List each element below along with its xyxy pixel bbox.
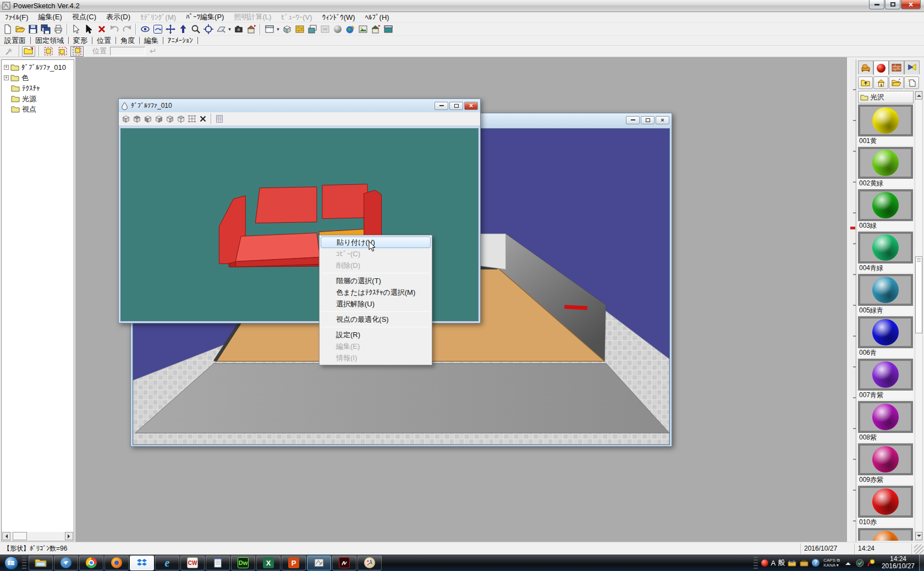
scroll-down-icon[interactable]	[915, 532, 922, 540]
taskbar-thunderbird[interactable]	[54, 556, 78, 570]
tab-angle[interactable]: 角度	[118, 36, 139, 46]
position-input[interactable]	[110, 47, 145, 56]
tab-position[interactable]: 位置	[95, 36, 116, 46]
material-item[interactable]: 002黄緑	[858, 147, 914, 188]
ime-caps-kana[interactable]: CAPS ⧉ KANA ▾	[823, 558, 840, 568]
render-globe-icon[interactable]	[344, 23, 356, 35]
tab-placement-surface[interactable]: 設置面	[2, 36, 30, 46]
tab-material-sphere-icon[interactable]	[873, 61, 889, 75]
cascade-windows-icon[interactable]	[306, 23, 318, 35]
show-desktop-button[interactable]	[919, 554, 924, 571]
cube-view-icon[interactable]	[175, 113, 186, 125]
start-button[interactable]	[2, 556, 20, 570]
select-expand-icon[interactable]	[70, 46, 84, 57]
menu-item-select-hierarchy[interactable]: 階層の選択(T)	[321, 275, 431, 287]
open-folder-icon[interactable]	[14, 23, 26, 35]
material-item[interactable]: 009赤紫	[858, 443, 914, 484]
taskbar-clock[interactable]: 14:24 2016/10/27	[882, 556, 915, 570]
menu-parts-edit[interactable]: ﾊﾟｰﾂ編集(P)	[181, 11, 229, 23]
tray-expand-icon[interactable]	[845, 559, 851, 565]
cube-view-icon[interactable]	[131, 113, 142, 125]
tab-spotlight-icon[interactable]	[904, 61, 920, 74]
folder-up-icon[interactable]	[858, 76, 873, 89]
tab-texture-brick-icon[interactable]	[889, 61, 904, 74]
part-folder-button[interactable]	[22, 46, 35, 57]
new-document-icon[interactable]	[1, 23, 14, 35]
close-button[interactable]: ×	[464, 102, 478, 110]
print-icon[interactable]	[52, 23, 64, 35]
tree-item-light[interactable]: 光源	[2, 94, 74, 104]
taskbar-notepad[interactable]	[206, 556, 230, 570]
material-item[interactable]: 006青	[858, 316, 914, 357]
tree-item-color[interactable]: + 色	[2, 73, 74, 83]
texture-house-icon[interactable]	[369, 23, 382, 35]
model-window-titlebar[interactable]: ﾀﾞﾌﾞﾙｿﾌｧ_010 ×	[119, 99, 480, 112]
folder-open-icon[interactable]	[889, 76, 904, 89]
render-image-icon[interactable]	[356, 23, 369, 35]
material-item[interactable]: 007青紫	[858, 359, 914, 399]
delete-cross-icon[interactable]	[197, 113, 208, 125]
tray-tools-icon[interactable]	[788, 559, 796, 567]
expand-icon[interactable]: +	[4, 75, 9, 80]
menu-viewpoint[interactable]: 視点(C)	[67, 11, 101, 23]
material-scrollbar[interactable]	[915, 91, 923, 541]
taskbar-explorer[interactable]	[29, 556, 53, 570]
maximize-button[interactable]	[641, 116, 654, 124]
pan-view-icon[interactable]	[164, 23, 177, 35]
save-all-icon[interactable]	[39, 23, 52, 35]
cube-view-icon[interactable]	[164, 113, 175, 125]
material-item[interactable]: 001黄	[858, 105, 914, 145]
minimize-button[interactable]	[626, 116, 640, 124]
cube-view-icon[interactable]	[153, 113, 164, 125]
close-button[interactable]: ×	[656, 116, 669, 124]
tree-item-texture[interactable]: ﾃｸｽﾁｬ	[2, 83, 74, 94]
plane-select-dropdown[interactable]: ▾	[227, 26, 232, 32]
render-sphere-icon[interactable]	[331, 23, 344, 35]
scroll-thumb[interactable]	[915, 256, 922, 333]
maximize-button[interactable]	[449, 102, 463, 110]
sheet-icon[interactable]	[214, 113, 225, 125]
save-icon[interactable]	[26, 23, 39, 35]
scroll-left-icon[interactable]	[2, 532, 10, 540]
maximize-button[interactable]	[885, 0, 900, 9]
material-item[interactable]: 003緑	[858, 189, 914, 230]
cube-view-icon[interactable]	[142, 113, 153, 125]
tab-furniture-icon[interactable]	[858, 61, 873, 74]
tray-sync-icon[interactable]	[856, 559, 864, 567]
material-item[interactable]: 010赤	[858, 486, 914, 526]
tab-edit[interactable]: 編集	[142, 36, 163, 46]
ime-kind[interactable]: 般	[778, 558, 785, 568]
taskbar-powersketch[interactable]	[307, 556, 331, 570]
new-window-icon[interactable]	[263, 23, 276, 35]
tree-horizontal-scrollbar[interactable]	[2, 532, 73, 540]
taskbar-powerpoint[interactable]: P	[282, 556, 306, 570]
camera-snapshot-icon[interactable]	[232, 23, 245, 35]
cube-view-icon[interactable]	[120, 113, 131, 125]
solid-cube-icon[interactable]	[280, 23, 293, 35]
menu-file[interactable]: ﾌｧｲﾙ(F)	[0, 12, 34, 23]
scroll-right-icon[interactable]	[65, 532, 73, 540]
material-item[interactable]	[858, 528, 914, 541]
new-item-icon[interactable]	[904, 76, 919, 89]
select-arrow-white-icon[interactable]	[70, 23, 82, 35]
expand-icon[interactable]: +	[4, 65, 9, 70]
material-item[interactable]: 005緑青	[858, 274, 914, 315]
menu-help[interactable]: ﾍﾙﾌﾟ(H)	[360, 12, 394, 23]
tray-red-ball-icon[interactable]	[761, 559, 768, 567]
menu-item-settings[interactable]: 設定(R)	[321, 329, 431, 341]
tray-cw-icon[interactable]	[867, 559, 876, 567]
select-arrow-black-icon[interactable]	[82, 23, 95, 35]
tab-animation[interactable]: ｱﾆﾒｰｼｮﾝ	[166, 36, 197, 45]
menu-edit[interactable]: 編集(E)	[34, 11, 67, 23]
material-item[interactable]: 004青緑	[858, 232, 914, 272]
resize-grip[interactable]	[914, 545, 923, 554]
orbit-view-icon[interactable]	[139, 23, 151, 35]
center-target-icon[interactable]	[202, 23, 215, 35]
menu-item-optimize-view[interactable]: 視点の最適化(S)	[321, 314, 431, 325]
plane-select-icon[interactable]	[215, 23, 227, 35]
scroll-up-icon[interactable]	[915, 91, 922, 100]
menu-window[interactable]: ｳｨﾝﾄﾞｳ(W)	[317, 12, 360, 23]
tree-item-viewpoint[interactable]: 視点	[2, 104, 74, 114]
home-icon[interactable]	[873, 76, 888, 89]
preview-window-icon[interactable]	[382, 23, 394, 35]
